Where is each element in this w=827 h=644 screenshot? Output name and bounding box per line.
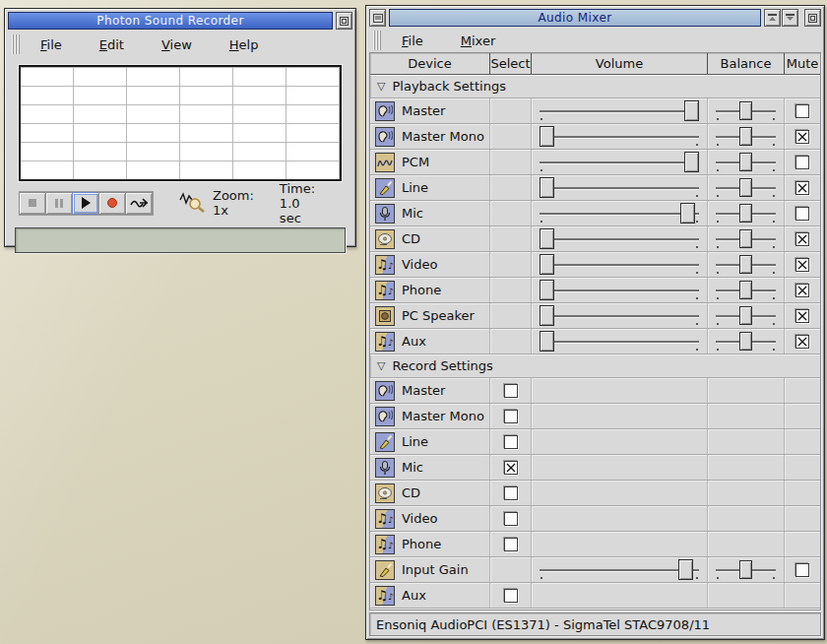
slider-handle[interactable] bbox=[739, 560, 752, 579]
select-checkbox[interactable] bbox=[504, 410, 518, 423]
slider-handle[interactable] bbox=[678, 559, 693, 580]
slider-handle[interactable] bbox=[540, 228, 554, 249]
mute-checkbox[interactable] bbox=[795, 563, 809, 577]
slider-track[interactable] bbox=[540, 187, 699, 189]
balance-slider[interactable] bbox=[712, 279, 780, 302]
menu-item-file[interactable]: File bbox=[392, 32, 433, 50]
slider-handle[interactable] bbox=[540, 331, 554, 352]
slider-handle[interactable] bbox=[680, 203, 695, 224]
balance-slider[interactable] bbox=[712, 151, 780, 174]
menubar-grip[interactable] bbox=[373, 31, 382, 50]
section-header[interactable]: ▽Playback Settings bbox=[370, 75, 820, 98]
pause-button[interactable] bbox=[45, 192, 73, 215]
slider-handle[interactable] bbox=[739, 153, 752, 171]
mute-checkbox[interactable] bbox=[795, 258, 809, 272]
slider-handle[interactable] bbox=[739, 229, 752, 248]
menubar-grip[interactable] bbox=[12, 34, 21, 54]
record-button[interactable] bbox=[98, 192, 126, 215]
volume-slider[interactable] bbox=[536, 202, 703, 225]
slider-track[interactable] bbox=[540, 136, 699, 138]
slider-track[interactable] bbox=[540, 110, 699, 112]
volume-slider[interactable] bbox=[536, 151, 703, 174]
balance-slider[interactable] bbox=[712, 558, 780, 582]
select-checkbox[interactable] bbox=[504, 486, 518, 500]
balance-slider[interactable] bbox=[712, 304, 780, 328]
select-checkbox[interactable] bbox=[504, 435, 518, 449]
mute-checkbox[interactable] bbox=[795, 284, 809, 297]
slider-track[interactable] bbox=[540, 341, 699, 343]
slider-handle[interactable] bbox=[739, 281, 752, 299]
expand-button[interactable] bbox=[782, 9, 798, 27]
slider-handle[interactable] bbox=[739, 306, 752, 325]
menu-item-help[interactable]: Help bbox=[220, 35, 269, 54]
mute-checkbox[interactable] bbox=[795, 309, 809, 323]
slider-handle[interactable] bbox=[739, 178, 752, 197]
slider-track[interactable] bbox=[540, 161, 699, 163]
slider-handle[interactable] bbox=[540, 177, 554, 198]
window-menu-button[interactable] bbox=[369, 9, 386, 27]
mute-checkbox[interactable] bbox=[795, 104, 809, 118]
slider-handle[interactable] bbox=[739, 101, 752, 120]
volume-slider[interactable] bbox=[536, 253, 703, 277]
volume-slider[interactable] bbox=[536, 176, 703, 200]
zoom-magnifier-icon bbox=[179, 191, 205, 216]
volume-slider[interactable] bbox=[536, 304, 703, 328]
select-checkbox[interactable] bbox=[504, 512, 518, 526]
balance-slider[interactable] bbox=[712, 99, 780, 123]
play-button[interactable] bbox=[72, 192, 99, 215]
menu-item-edit[interactable]: Edit bbox=[90, 35, 134, 54]
balance-slider[interactable] bbox=[712, 176, 780, 200]
restore-button[interactable] bbox=[336, 12, 352, 30]
mute-checkbox[interactable] bbox=[795, 207, 809, 221]
select-checkbox[interactable] bbox=[504, 538, 518, 551]
volume-slider[interactable] bbox=[536, 99, 703, 123]
mute-checkbox[interactable] bbox=[795, 181, 809, 195]
slider-track[interactable] bbox=[540, 569, 699, 571]
balance-slider[interactable] bbox=[712, 227, 780, 251]
select-checkbox[interactable] bbox=[504, 461, 518, 475]
stop-button[interactable] bbox=[19, 192, 46, 215]
slider-track[interactable] bbox=[540, 290, 699, 291]
slider-handle[interactable] bbox=[739, 204, 752, 223]
slider-handle[interactable] bbox=[739, 127, 752, 146]
section-header[interactable]: ▽Record Settings bbox=[370, 354, 820, 378]
slider-handle[interactable] bbox=[739, 255, 752, 274]
slider-handle[interactable] bbox=[684, 100, 699, 121]
waveform-display[interactable] bbox=[19, 65, 342, 181]
menu-item-view[interactable]: View bbox=[152, 35, 202, 54]
select-checkbox[interactable] bbox=[504, 589, 518, 603]
volume-slider[interactable] bbox=[536, 330, 703, 354]
volume-slider[interactable] bbox=[536, 279, 703, 302]
slider-handle[interactable] bbox=[684, 152, 699, 172]
menu-item-mixer[interactable]: Mixer bbox=[451, 32, 505, 50]
slider-track[interactable] bbox=[540, 238, 699, 240]
mute-checkbox[interactable] bbox=[795, 130, 809, 144]
recorder-titlebar[interactable]: Photon Sound Recorder bbox=[8, 12, 352, 30]
slider-handle[interactable] bbox=[739, 332, 752, 351]
slider-track[interactable] bbox=[540, 213, 699, 215]
collapse-button[interactable] bbox=[764, 9, 781, 27]
volume-slider[interactable] bbox=[536, 227, 703, 251]
balance-slider[interactable] bbox=[712, 125, 780, 149]
menu-item-file[interactable]: File bbox=[31, 35, 72, 54]
volume-slider[interactable] bbox=[536, 558, 703, 582]
mute-checkbox[interactable] bbox=[795, 232, 809, 246]
select-checkbox[interactable] bbox=[504, 384, 518, 398]
loop-button[interactable] bbox=[125, 192, 153, 215]
slider-handle[interactable] bbox=[540, 254, 554, 275]
volume-slider[interactable] bbox=[536, 125, 703, 149]
slider-handle[interactable] bbox=[540, 126, 554, 147]
section-collapse-icon[interactable]: ▽ bbox=[377, 81, 385, 92]
balance-slider[interactable] bbox=[712, 330, 780, 354]
mute-checkbox[interactable] bbox=[795, 156, 809, 169]
slider-handle[interactable] bbox=[540, 280, 554, 300]
section-collapse-icon[interactable]: ▽ bbox=[377, 360, 385, 371]
maximize-button[interactable] bbox=[804, 9, 821, 27]
mixer-titlebar[interactable]: Audio Mixer bbox=[369, 9, 821, 27]
slider-track[interactable] bbox=[540, 315, 699, 317]
slider-track[interactable] bbox=[540, 264, 699, 266]
balance-slider[interactable] bbox=[712, 202, 780, 225]
balance-slider[interactable] bbox=[712, 253, 780, 277]
slider-handle[interactable] bbox=[540, 305, 554, 326]
mute-checkbox[interactable] bbox=[795, 335, 809, 349]
